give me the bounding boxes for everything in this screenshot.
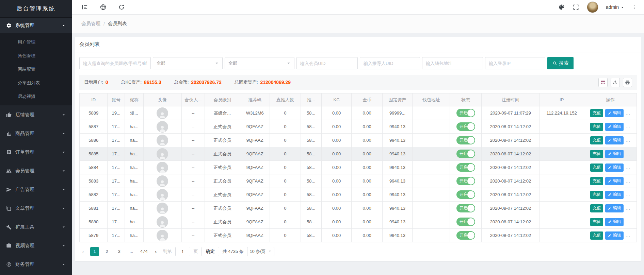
user-avatar[interactable] (587, 1, 598, 13)
page-size-select[interactable]: 10 条/页 (247, 247, 274, 256)
page-button-3[interactable]: 3 (115, 247, 124, 256)
status-toggle[interactable]: 开启 (456, 109, 475, 117)
status-toggle[interactable]: 开启 (456, 177, 475, 185)
column-header: ID (80, 93, 108, 106)
theme-palette-icon[interactable] (558, 4, 565, 11)
edit-button[interactable]: 编辑 (605, 191, 624, 199)
uid-input[interactable] (296, 57, 358, 69)
page-button-2[interactable]: 2 (102, 247, 111, 256)
topbar: admin (72, 0, 644, 15)
fullscreen-icon[interactable] (573, 4, 579, 11)
recharge-button[interactable]: 充值 (590, 123, 603, 131)
status-select[interactable]: 全部 (225, 57, 294, 69)
login-ip-input[interactable] (485, 57, 545, 69)
recharge-button[interactable]: 充值 (590, 218, 603, 226)
edit-button[interactable]: 编辑 (605, 136, 624, 144)
page-button-474[interactable]: 474 (139, 247, 149, 256)
sidebar-item-视频管理[interactable]: 视频管理 (0, 236, 72, 255)
cell-ip (540, 229, 584, 242)
next-page-button[interactable]: › (152, 249, 160, 255)
status-toggle[interactable]: 开启 (456, 163, 475, 172)
breadcrumb-item[interactable]: 会员管理 (81, 21, 100, 27)
cell-push: 58... (301, 229, 321, 242)
submenu-item-用户管理[interactable]: 用户管理 (0, 35, 72, 49)
submenu-item-角色管理[interactable]: 角色管理 (0, 49, 72, 63)
edit-button[interactable]: 编辑 (605, 218, 624, 226)
edit-button[interactable]: 编辑 (605, 204, 624, 212)
member-avatar (157, 216, 168, 228)
more-actions[interactable]: ... (626, 192, 630, 197)
edit-button[interactable]: 编辑 (605, 150, 624, 158)
recharge-button[interactable]: 充值 (590, 177, 603, 185)
cell-direct_count: 0 (270, 229, 301, 242)
more-actions[interactable]: ... (626, 138, 630, 143)
cell-direct_count: 0 (270, 120, 301, 134)
search-button[interactable]: 搜索 (547, 57, 574, 69)
status-toggle[interactable]: 开启 (456, 218, 475, 226)
cell-wallet (413, 215, 450, 229)
columns-toggle-button[interactable] (598, 78, 608, 87)
edit-button[interactable]: 编辑 (605, 123, 624, 131)
wallet-input[interactable] (422, 57, 483, 69)
edit-button[interactable]: 编辑 (605, 231, 624, 240)
status-toggle[interactable]: 开启 (456, 150, 475, 158)
goto-page-input[interactable] (175, 247, 190, 256)
more-actions[interactable]: ... (626, 206, 630, 211)
export-button[interactable] (611, 78, 620, 87)
more-actions[interactable]: ... (626, 124, 630, 129)
more-actions[interactable]: ... (626, 178, 630, 184)
recharge-button[interactable]: 充值 (590, 231, 603, 240)
submenu-item-网站配置[interactable]: 网站配置 (0, 63, 72, 76)
more-actions[interactable]: ... (626, 233, 630, 238)
status-toggle[interactable]: 开启 (456, 122, 475, 131)
refresh-icon[interactable] (118, 4, 125, 11)
cell-actions: 充值编辑... (584, 229, 637, 242)
more-actions[interactable]: ... (626, 219, 630, 224)
menu-fold-icon[interactable] (81, 4, 88, 11)
sidebar-item-会员管理[interactable]: 会员管理 (0, 161, 72, 180)
prev-page-button[interactable]: ‹ (79, 249, 87, 255)
confirm-button[interactable]: 确定 (202, 247, 219, 256)
recharge-button[interactable]: 充值 (590, 150, 603, 158)
submenu-item-启动视频[interactable]: 启动视频 (0, 90, 72, 103)
cell-id: 5883 (80, 174, 108, 188)
cell-level: 正式会员 (205, 215, 240, 229)
recharge-button[interactable]: 充值 (590, 204, 603, 212)
globe-icon[interactable] (100, 4, 107, 11)
sidebar-item-扩展工具[interactable]: 扩展工具 (0, 218, 72, 236)
edit-button[interactable]: 编辑 (605, 177, 624, 185)
sidebar-item-系统管理[interactable]: 系统管理 (0, 18, 72, 33)
status-toggle[interactable]: 开启 (456, 204, 475, 212)
sidebar-item-商品管理[interactable]: 商品管理 (0, 124, 72, 143)
cell-status: 开启 (450, 229, 482, 242)
status-toggle[interactable]: 开启 (456, 136, 475, 144)
page-button-1[interactable]: 1 (90, 247, 99, 256)
status-toggle[interactable]: 开启 (456, 231, 475, 240)
sidebar-item-订单管理[interactable]: 订单管理 (0, 143, 72, 161)
sidebar-item-财务管理[interactable]: 财务管理 (0, 255, 72, 274)
recharge-button[interactable]: 充值 (590, 164, 603, 172)
print-button[interactable] (623, 78, 632, 87)
recharge-button[interactable]: 充值 (590, 109, 603, 117)
more-actions[interactable]: ... (626, 151, 630, 156)
level-select[interactable]: 全部 (153, 57, 223, 69)
submenu-item-分享图列表[interactable]: 分享图列表 (0, 76, 72, 90)
sidebar-item-店铺管理[interactable]: 店铺管理 (0, 105, 72, 124)
status-toggle[interactable]: 开启 (456, 190, 475, 199)
cell-wallet (413, 106, 450, 120)
stat-label: 总KC资产: (121, 79, 142, 85)
recharge-button[interactable]: 充值 (590, 191, 603, 199)
user-menu[interactable]: admin (606, 4, 624, 10)
more-actions[interactable]: ... (626, 110, 630, 116)
keyword-input[interactable] (79, 57, 151, 69)
kebab-menu-icon[interactable] (632, 4, 637, 11)
sidebar-item-文章管理[interactable]: 文章管理 (0, 199, 72, 218)
cell-fixed_assets: 9940.13 (382, 134, 412, 147)
edit-button[interactable]: 编辑 (605, 164, 624, 172)
referrer-uid-input[interactable] (360, 57, 420, 69)
sidebar-item-广告管理[interactable]: 广告管理 (0, 180, 72, 199)
more-actions[interactable]: ... (626, 165, 630, 170)
cell-push: 58... (301, 202, 321, 215)
edit-button[interactable]: 编辑 (605, 109, 624, 117)
recharge-button[interactable]: 充值 (590, 136, 603, 144)
